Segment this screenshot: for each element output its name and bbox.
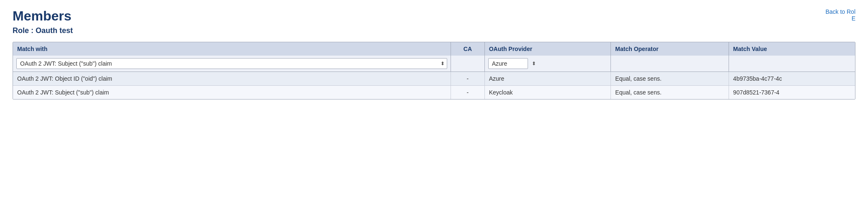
- col-header-match-operator: Match Operator: [611, 42, 729, 56]
- table-header-row: Match with CA OAuth Provider Match Opera…: [13, 42, 855, 56]
- match-value-cell-0: 4b9735ba-4c77-4c: [729, 72, 855, 86]
- page-title: Members: [13, 8, 73, 24]
- oauth-provider-cell-input: Azure Keycloak Google GitHub ⬍: [484, 56, 611, 72]
- match-operator-cell-1: Equal, case sens.: [611, 86, 729, 100]
- members-table: Match with CA OAuth Provider Match Opera…: [13, 42, 855, 99]
- match-with-cell-0: OAuth 2 JWT: Object ID ("oid") claim: [13, 72, 451, 86]
- oauth-provider-select[interactable]: Azure Keycloak Google GitHub: [488, 58, 528, 69]
- col-header-ca: CA: [451, 42, 484, 56]
- oauth-provider-cell-0: Azure: [484, 72, 611, 86]
- match-with-cell-input: OAuth 2 JWT: Subject ("sub") claim OAuth…: [13, 56, 451, 72]
- col-header-match-value: Match Value: [729, 42, 855, 56]
- ca-cell-1: -: [451, 86, 484, 100]
- members-table-container: Match with CA OAuth Provider Match Opera…: [13, 42, 855, 100]
- header-left: Members Role : Oauth test: [13, 8, 73, 35]
- table-row: OAuth 2 JWT: Object ID ("oid") claim - A…: [13, 72, 855, 86]
- col-header-match-with: Match with: [13, 42, 451, 56]
- col-header-oauth-provider: OAuth Provider: [484, 42, 611, 56]
- page-subtitle: Role : Oauth test: [13, 26, 73, 35]
- oauth-provider-cell-1: Keycloak: [484, 86, 611, 100]
- match-with-select[interactable]: OAuth 2 JWT: Subject ("sub") claim OAuth…: [16, 58, 447, 69]
- oauth-provider-chevron-icon: ⬍: [532, 61, 536, 66]
- input-row: OAuth 2 JWT: Subject ("sub") claim OAuth…: [13, 56, 855, 72]
- match-with-select-wrapper: OAuth 2 JWT: Subject ("sub") claim OAuth…: [16, 58, 447, 69]
- match-value-cell-1: 907d8521-7367-4: [729, 86, 855, 100]
- ca-cell-0: -: [451, 72, 484, 86]
- match-with-cell-1: OAuth 2 JWT: Subject ("sub") claim: [13, 86, 451, 100]
- match-value-cell-input: [729, 56, 855, 72]
- edit-link[interactable]: E: [825, 15, 855, 22]
- table-row: OAuth 2 JWT: Subject ("sub") claim - Key…: [13, 86, 855, 100]
- header-right: Back to Rol E: [825, 8, 855, 22]
- page-header: Members Role : Oauth test Back to Rol E: [13, 8, 855, 35]
- ca-cell-input: [451, 56, 484, 72]
- match-operator-cell-input: [611, 56, 729, 72]
- match-operator-cell-0: Equal, case sens.: [611, 72, 729, 86]
- oauth-provider-select-wrapper: Azure Keycloak Google GitHub ⬍: [488, 58, 538, 69]
- back-to-roles-link[interactable]: Back to Rol: [825, 8, 855, 15]
